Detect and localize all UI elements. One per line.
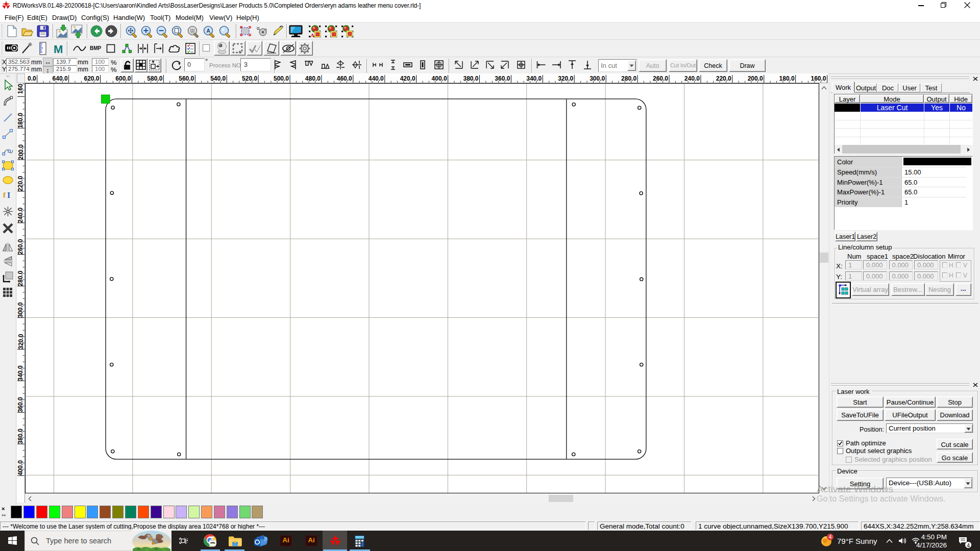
svg-text:520.0: 520.0	[242, 75, 257, 82]
svg-text:260.0: 260.0	[653, 75, 668, 82]
svg-text:0.0: 0.0	[28, 75, 36, 82]
svg-text:360.0: 360.0	[17, 397, 24, 412]
svg-text:200.0: 200.0	[17, 144, 24, 160]
svg-text:160: 160	[17, 84, 24, 94]
svg-text:360.0: 360.0	[495, 75, 510, 82]
svg-text:480.0: 480.0	[305, 75, 321, 82]
svg-text:260.0: 260.0	[17, 239, 24, 254]
svg-text:600.0: 600.0	[115, 75, 131, 82]
svg-text:320.0: 320.0	[17, 334, 24, 349]
svg-text:180.0: 180.0	[17, 113, 24, 128]
svg-text:I: I	[7, 191, 10, 199]
svg-text:580.0: 580.0	[147, 75, 162, 82]
svg-text:200.0: 200.0	[748, 75, 763, 82]
svg-text:640.0: 640.0	[53, 75, 68, 82]
svg-text:300.0: 300.0	[590, 75, 605, 82]
svg-text:220.0: 220.0	[17, 176, 24, 191]
svg-text:300.0: 300.0	[17, 302, 24, 317]
svg-text:A: A	[206, 28, 210, 34]
svg-text:340.0: 340.0	[526, 75, 542, 82]
svg-text:240.0: 240.0	[684, 75, 700, 82]
svg-text:180.0: 180.0	[779, 75, 795, 82]
svg-text:380.0: 380.0	[463, 75, 478, 82]
svg-text:280.0: 280.0	[621, 75, 636, 82]
svg-text:500.0: 500.0	[274, 75, 289, 82]
svg-text:280.0: 280.0	[17, 270, 24, 286]
svg-text:420.0: 420.0	[400, 75, 415, 82]
svg-text:A: A	[310, 32, 314, 38]
svg-text:220.0: 220.0	[716, 75, 731, 82]
svg-text:440.0: 440.0	[369, 75, 384, 82]
svg-text:540.0: 540.0	[210, 75, 226, 82]
svg-text:560.0: 560.0	[179, 75, 194, 82]
svg-text:620.0: 620.0	[84, 75, 99, 82]
svg-text:320.0: 320.0	[558, 75, 573, 82]
svg-text:160.0: 160.0	[811, 75, 826, 82]
svg-text:380.0: 380.0	[17, 429, 24, 444]
svg-text:400.0: 400.0	[17, 460, 24, 475]
svg-text:460.0: 460.0	[337, 75, 352, 82]
svg-text:f: f	[3, 191, 6, 199]
svg-text:340.0: 340.0	[17, 365, 24, 381]
svg-text:240.0: 240.0	[17, 207, 24, 222]
svg-text:400.0: 400.0	[432, 75, 447, 82]
